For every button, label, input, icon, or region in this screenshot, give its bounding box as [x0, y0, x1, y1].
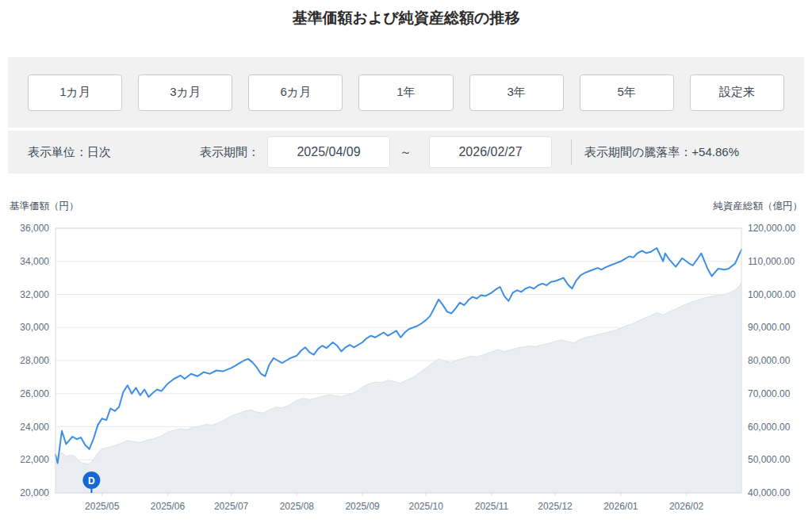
left-axis-tick-label: 30,000: [20, 322, 49, 333]
period-button-1month[interactable]: 1カ月: [28, 74, 122, 111]
left-axis-tick-label: 20,000: [20, 487, 49, 498]
left-axis-tick-label: 28,000: [20, 355, 49, 366]
right-axis-tick-label: 90,000.00: [748, 322, 791, 333]
net-assets-area: [56, 283, 741, 494]
right-axis-tick-label: 120,000.00: [748, 223, 795, 234]
right-axis-tick-label: 50,000.00: [748, 454, 791, 465]
x-axis-tick-label: 2025/11: [475, 501, 509, 512]
x-axis-tick-label: 2025/10: [409, 501, 444, 512]
left-axis-tick-label: 22,000: [20, 454, 49, 465]
x-axis-tick-label: 2025/12: [538, 501, 573, 512]
page-title: 基準価額および純資産総額の推移: [0, 0, 812, 29]
period-change-rate: 表示期間の騰落率：+54.86%: [584, 145, 739, 160]
period-button-3year[interactable]: 3年: [469, 74, 564, 111]
x-axis-tick-label: 2026/02: [669, 501, 704, 512]
left-axis-tick-label: 24,000: [20, 422, 49, 433]
period-button-1year[interactable]: 1年: [358, 74, 453, 111]
right-axis-tick-label: 100,000.00: [748, 289, 795, 300]
period-button-3month[interactable]: 3カ月: [138, 74, 232, 111]
display-unit-label: 表示単位：日次: [28, 145, 111, 160]
right-axis-tick-label: 40,000.00: [748, 487, 791, 498]
left-axis-tick-label: 32,000: [20, 289, 49, 300]
date-from-input[interactable]: 2025/04/09: [267, 136, 390, 168]
x-axis-tick-label: 2025/07: [214, 501, 249, 512]
right-axis-tick-label: 110,000.00: [748, 256, 795, 267]
left-axis-tick-label: 36,000: [20, 223, 49, 234]
left-axis-tick-label: 26,000: [20, 388, 49, 399]
date-range-tilde: ～: [400, 145, 412, 160]
x-axis-tick-label: 2026/01: [603, 501, 638, 512]
date-to-input[interactable]: 2026/02/27: [429, 136, 552, 168]
right-axis-tick-label: 80,000.00: [748, 355, 791, 366]
period-button-5year[interactable]: 5年: [580, 74, 674, 111]
x-axis-tick-label: 2025/05: [85, 501, 120, 512]
right-axis-tick-label: 60,000.00: [748, 422, 791, 433]
display-period-label: 表示期間：: [200, 145, 259, 160]
vertical-divider: [571, 139, 572, 165]
x-axis-tick-label: 2025/06: [151, 501, 186, 512]
right-axis-tick-label: 70,000.00: [748, 388, 791, 399]
left-axis-tick-label: 34,000: [20, 256, 49, 267]
distribution-marker-label: D: [88, 475, 95, 487]
chart-section: 基準価額（円） 純資産総額（億円） 36,00034,00032,00030,0…: [0, 198, 812, 523]
price-and-assets-chart: 36,00034,00032,00030,00028,00026,00024,0…: [0, 198, 812, 515]
period-button-since-inception[interactable]: 設定来: [690, 74, 784, 111]
period-button-6month[interactable]: 6カ月: [248, 74, 343, 111]
display-info-bar: 表示単位：日次 表示期間： 2025/04/09 ～ 2026/02/27 表示…: [8, 131, 804, 174]
x-axis-tick-label: 2025/09: [345, 501, 380, 512]
x-axis-tick-label: 2025/08: [280, 501, 315, 512]
period-selector-bar: 1カ月 3カ月 6カ月 1年 3年 5年 設定来: [8, 57, 804, 128]
